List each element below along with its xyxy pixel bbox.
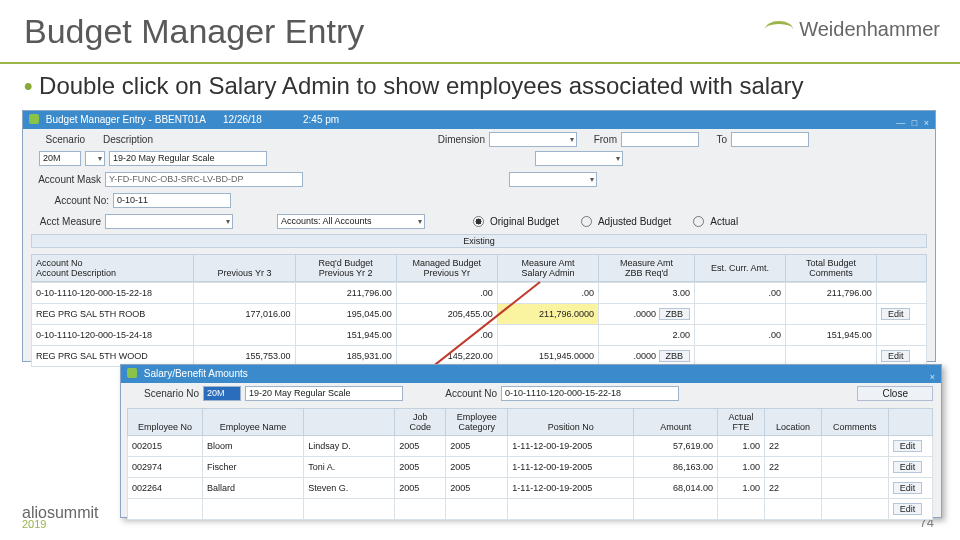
existing-header: Existing (31, 234, 927, 248)
cell-emp-name: Ballard (203, 478, 304, 499)
cell-desc: REG PRG SAL 5TH ROOB (32, 304, 194, 325)
table-row[interactable]: 002974 Fischer Toni A. 2005 2005 1-11-12… (128, 457, 933, 478)
cell-py: 205,455.00 (396, 304, 497, 325)
edit-button[interactable]: Edit (881, 350, 911, 362)
edit-button[interactable]: Edit (893, 503, 923, 515)
edit-button[interactable]: Edit (893, 440, 923, 452)
cell-pos: 1-11-12-00-19-2005 (508, 478, 634, 499)
description-input[interactable]: 19-20 May Regular Scale (109, 151, 267, 166)
acct-measure-select[interactable] (105, 214, 233, 229)
close-icon[interactable]: × (930, 368, 937, 386)
window-title: Budget Manager Entry - BBENT01A (46, 114, 206, 125)
titlebar[interactable]: Budget Manager Entry - BBENT01A 12/26/18… (23, 111, 935, 129)
cell-est: .00 (695, 325, 786, 346)
slide-bullet: • Double click on Salary Admin to show e… (24, 72, 803, 100)
col-pos: Position No (548, 422, 594, 432)
table-row[interactable]: 002264 Ballard Steven G. 2005 2005 1-11-… (128, 478, 933, 499)
accounts-filter-select[interactable]: Accounts: All Accounts (277, 214, 425, 229)
dimension-label: Dimension (157, 134, 485, 145)
titlebar-date: 12/26/18 (223, 111, 262, 129)
edit-button[interactable]: Edit (881, 308, 911, 320)
cell-managed: .00 (396, 325, 497, 346)
table-row[interactable]: 0-10-1110-120-000-15-22-18 211,796.00 .0… (32, 283, 927, 304)
cell-total: 151,945.00 (785, 325, 876, 346)
cell-emp-name: Fischer (203, 457, 304, 478)
acct-mask-input[interactable]: Y-FD-FUNC-OBJ-SRC-LV-BD-DP (105, 172, 303, 187)
acct-no-input[interactable]: 0-10-11 (113, 193, 231, 208)
from-label: From (581, 134, 617, 145)
col-managed: Managed Budget (413, 258, 482, 268)
cell-sal-admin: .00 (497, 283, 598, 304)
acct-no-label-2: Account No (407, 388, 497, 399)
table-row[interactable]: Edit (128, 499, 933, 520)
to-input[interactable] (731, 132, 809, 147)
cell-pos: 1-11-12-00-19-2005 (508, 436, 634, 457)
cell-reqd: 151,945.00 (295, 325, 396, 346)
table-row[interactable]: REG PRG SAL 5TH ROOB 177,016.00 195,045.… (32, 304, 927, 325)
col-py: Previous Yr (424, 268, 470, 278)
col-job-code: Code (410, 422, 432, 432)
close-button[interactable]: Close (857, 386, 933, 401)
cell-acct-no: 0-10-1110-120-000-15-24-18 (32, 325, 194, 346)
zbb-button[interactable]: ZBB (659, 350, 691, 362)
footer-logo: aliosummit 2019 (22, 504, 98, 530)
brand-text: Weidenhammer (799, 18, 940, 40)
from-input[interactable] (621, 132, 699, 147)
acct-mask-label: Account Mask (31, 174, 101, 185)
cell-job: 2005 (395, 436, 446, 457)
actual-radio[interactable] (693, 216, 704, 227)
original-budget-radio[interactable] (473, 216, 484, 227)
col-comments: Comments (809, 268, 853, 278)
app-icon (29, 114, 39, 124)
edit-button[interactable]: Edit (893, 482, 923, 494)
cell-zbb: 3.00 (599, 283, 695, 304)
cell-amt: 86,163.00 (634, 457, 718, 478)
acct-measure-label: Acct Measure (31, 216, 101, 227)
window-controls[interactable]: — □ × (896, 114, 931, 132)
salary-benefit-window: Salary/Benefit Amounts × Scenario No 20M… (120, 364, 942, 518)
col-py3: Previous Yr 3 (218, 268, 272, 278)
cell-cat: 2005 (446, 478, 508, 499)
col-py2: Previous Yr 2 (319, 268, 373, 278)
actual-label: Actual (710, 216, 738, 227)
zbb-button[interactable]: ZBB (659, 308, 691, 320)
acct-no-input-2[interactable]: 0-10-1110-120-000-15-22-18 (501, 386, 679, 401)
col-total: Total Budget (806, 258, 856, 268)
cell-amt: 57,619.00 (634, 436, 718, 457)
window-title-2: Salary/Benefit Amounts (144, 368, 248, 379)
budget-grid-body: 0-10-1110-120-000-15-22-18 211,796.00 .0… (31, 282, 927, 367)
cell-sal-admin-hl[interactable]: 211,796.0000 (497, 304, 598, 325)
cell-emp-first: Lindsay D. (304, 436, 395, 457)
col-emp-cat: Category (458, 422, 495, 432)
edit-button[interactable]: Edit (893, 461, 923, 473)
bullet-icon: • (24, 72, 32, 99)
dimension-select-3[interactable] (509, 172, 597, 187)
titlebar-2[interactable]: Salary/Benefit Amounts × (121, 365, 941, 383)
scenario-label: Scenario (31, 134, 85, 145)
table-row[interactable]: 0-10-1110-120-000-15-24-18 151,945.00 .0… (32, 325, 927, 346)
scenario-input[interactable]: 20M (39, 151, 81, 166)
cell-loc: 22 (765, 436, 822, 457)
cell-job: 2005 (395, 478, 446, 499)
original-budget-label: Original Budget (490, 216, 559, 227)
dimension-select[interactable] (489, 132, 577, 147)
cell-fte: 1.00 (718, 436, 765, 457)
col-sal-admin: Salary Admin (521, 268, 574, 278)
titlebar-time: 2:45 pm (303, 111, 339, 129)
brand-swoosh-icon (765, 21, 793, 38)
col-meas-amt-2: Measure Amt (620, 258, 673, 268)
scenario-no-input[interactable]: 20M (203, 386, 241, 401)
adjusted-budget-radio[interactable] (581, 216, 592, 227)
slide-title: Budget Manager Entry (24, 12, 364, 51)
scenario-no-label: Scenario No (129, 388, 199, 399)
scenario-desc-input: 19-20 May Regular Scale (245, 386, 403, 401)
dimension-select-2[interactable] (535, 151, 623, 166)
cell-acct-no: 0-10-1110-120-000-15-22-18 (32, 283, 194, 304)
adjusted-budget-label: Adjusted Budget (598, 216, 671, 227)
cell-emp-no: 002974 (128, 457, 203, 478)
col-fte-top: Actual (729, 412, 754, 422)
scenario-dropdown[interactable] (85, 151, 105, 166)
brand-logo: Weidenhammer (765, 18, 940, 41)
table-row[interactable]: 002015 Bloom Lindsay D. 2005 2005 1-11-1… (128, 436, 933, 457)
cell-loc: 22 (765, 478, 822, 499)
